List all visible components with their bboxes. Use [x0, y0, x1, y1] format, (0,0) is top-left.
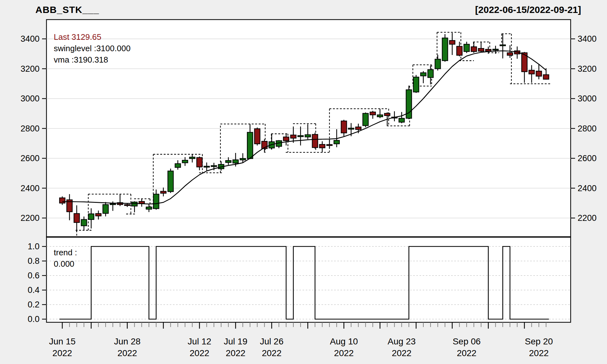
- x-axis-date-label: Aug 23: [388, 337, 416, 346]
- x-axis-year-label: 2022: [52, 348, 72, 358]
- x-axis-year-label: 2022: [117, 348, 137, 358]
- x-axis-year-label: 2022: [529, 348, 549, 358]
- candle-up: [428, 70, 433, 77]
- candle-down: [197, 158, 202, 167]
- candle-down: [370, 112, 375, 115]
- candle-down: [486, 49, 491, 51]
- candle-up: [146, 207, 151, 209]
- candle-down: [356, 127, 361, 130]
- trend-indicator-value: 0.000: [54, 259, 74, 269]
- candle-up: [110, 204, 115, 205]
- candle-down: [96, 214, 101, 216]
- candle-down: [341, 121, 346, 133]
- right-axis-tick-label: 2600: [578, 154, 597, 163]
- candle-up: [493, 49, 498, 50]
- trend-axis-tick-label: 0.4: [28, 285, 40, 295]
- candle-up: [334, 140, 339, 144]
- candle-down: [471, 47, 476, 52]
- candle-up: [500, 45, 506, 46]
- x-axis-date-label: Jul 26: [260, 337, 284, 346]
- left-axis-tick-label: 3000: [21, 94, 40, 103]
- candle-down: [291, 135, 296, 138]
- left-axis-tick-label: 2800: [21, 124, 40, 133]
- right-axis-tick-label: 3000: [578, 94, 597, 103]
- candle-down: [320, 144, 325, 148]
- trend-axis-tick-label: 0.8: [28, 256, 40, 266]
- right-axis-tick-label: 2200: [578, 213, 597, 223]
- candle-up: [189, 157, 195, 159]
- x-axis-year-label: 2022: [457, 348, 476, 358]
- right-axis-tick-label: 2800: [578, 124, 597, 133]
- candle-up: [132, 202, 137, 206]
- x-axis-year-label: 2022: [226, 348, 245, 358]
- x-axis-year-label: 2022: [334, 348, 354, 358]
- x-axis-year-label: 2022: [262, 348, 281, 358]
- candle-down: [254, 129, 260, 144]
- legend-last-value: Last 3129.65: [54, 32, 101, 42]
- right-axis-tick-label: 3400: [578, 34, 597, 44]
- left-axis-tick-label: 3400: [21, 34, 40, 44]
- x-axis-date-label: Jul 12: [188, 337, 212, 346]
- candle-up: [247, 132, 253, 159]
- candle-up: [182, 160, 188, 163]
- candle-up: [211, 166, 217, 167]
- candle-up: [175, 164, 181, 167]
- candle-up: [81, 220, 87, 226]
- candle-down: [457, 46, 462, 55]
- candle-up: [435, 59, 440, 69]
- trend-axis-tick-label: 0.0: [28, 314, 40, 324]
- x-axis-year-label: 2022: [190, 348, 209, 358]
- candle-up: [413, 77, 419, 92]
- candle-down: [312, 134, 318, 148]
- candle-up: [399, 118, 404, 122]
- candle-up: [305, 135, 310, 137]
- left-axis-tick-label: 2600: [21, 154, 40, 163]
- legend-swinglevel: swinglevel :3100.000: [54, 44, 131, 53]
- trend-indicator-label: trend :: [54, 248, 77, 257]
- candle-up: [442, 38, 448, 61]
- candle-down: [529, 70, 534, 74]
- x-axis-date-label: Jun 28: [114, 337, 141, 346]
- candle-down: [543, 75, 549, 79]
- candle-down: [507, 53, 512, 55]
- x-axis-date-label: Jun 15: [49, 337, 76, 346]
- right-axis-tick-label: 2400: [578, 184, 597, 193]
- candle-up: [168, 171, 173, 191]
- candle-down: [450, 40, 455, 44]
- candle-up: [204, 166, 209, 167]
- candlestick-chart: 2200220024002400260026002800280030003000…: [0, 0, 607, 364]
- x-axis-date-label: Jul 19: [224, 337, 248, 346]
- trend-axis-tick-label: 0.6: [28, 271, 40, 280]
- trend-panel: [46, 237, 571, 322]
- candle-up: [420, 73, 426, 76]
- left-axis-tick-label: 2400: [21, 184, 40, 193]
- candle-down: [536, 71, 542, 76]
- candle-down: [384, 113, 390, 116]
- x-axis-date-label: Sep 20: [525, 337, 553, 346]
- x-axis-date-label: Sep 06: [453, 337, 481, 346]
- candle-down: [125, 204, 130, 205]
- candle-up: [464, 44, 469, 52]
- legend-vma: vma :3190.318: [54, 55, 108, 64]
- candle-down: [161, 191, 166, 193]
- trend-axis-tick-label: 1.0: [28, 242, 40, 251]
- candle-down: [59, 198, 65, 203]
- left-axis-tick-label: 3200: [21, 64, 40, 74]
- candle-up: [89, 214, 94, 220]
- left-axis-tick-label: 2200: [21, 213, 40, 223]
- candle-down: [478, 48, 484, 51]
- candle-up: [226, 161, 231, 162]
- candle-up: [348, 128, 354, 129]
- candle-up: [153, 194, 159, 209]
- candle-up: [377, 115, 383, 117]
- candle-down: [74, 214, 79, 222]
- x-axis-date-label: Aug 10: [330, 337, 358, 346]
- candle-up: [103, 204, 108, 213]
- candle-down: [327, 145, 332, 146]
- candle-down: [283, 137, 289, 141]
- candle-up: [233, 160, 238, 163]
- candle-up: [363, 113, 368, 126]
- trend-axis-tick-label: 0.2: [28, 300, 40, 309]
- x-axis-year-label: 2022: [392, 348, 411, 358]
- candle-up: [298, 136, 303, 136]
